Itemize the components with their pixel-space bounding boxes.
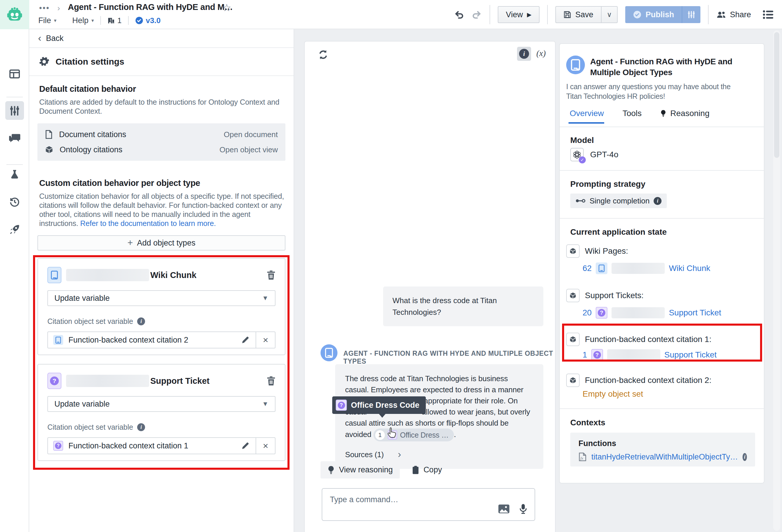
function-link[interactable]: titanHydeRetrievalWithMultipleObjectTy… xyxy=(591,453,738,462)
info-toggle-button[interactable]: i xyxy=(517,47,531,61)
evaluations-flask-icon[interactable] xyxy=(0,169,29,180)
object-type-link[interactable]: Support Ticket xyxy=(665,350,717,359)
clear-x-icon[interactable]: × xyxy=(256,438,275,454)
object-count[interactable]: 20 xyxy=(582,308,592,317)
caret-down-icon: ▾ xyxy=(54,17,57,24)
agent-overview-panel: Agent - Function RAG with HyDE and Multi… xyxy=(559,43,765,484)
state-value-row: 1 ? Support Ticket xyxy=(582,349,717,361)
info-icon[interactable]: i xyxy=(653,197,662,205)
publish-button[interactable]: Publish xyxy=(625,6,701,23)
variable-label: Citation object set variable xyxy=(47,317,133,326)
floppy-disk-icon xyxy=(564,11,571,18)
default-behavior-description: Citations are added by default to the in… xyxy=(39,98,286,116)
divider xyxy=(560,408,764,409)
favorite-star-icon[interactable]: ☆ xyxy=(222,2,231,13)
lightbulb-icon xyxy=(327,466,334,474)
branch-indicator[interactable]: 1 xyxy=(107,16,121,25)
tab-tools[interactable]: Tools xyxy=(623,109,642,118)
cube-icon xyxy=(45,146,53,154)
variable-value: Function-backed context citation 1 xyxy=(68,442,235,450)
divider xyxy=(560,170,764,171)
delete-trash-icon[interactable] xyxy=(267,270,276,280)
state-item-support-tickets: Support Tickets: xyxy=(566,289,644,302)
object-count[interactable]: 1 xyxy=(582,350,587,359)
tab-bar: Overview Tools Reasoning xyxy=(570,109,709,118)
citation-action-select[interactable]: Update variable ▼ xyxy=(47,290,276,306)
microphone-icon[interactable] xyxy=(520,503,527,515)
save-button[interactable]: Save xyxy=(555,6,602,23)
panel-header: Citation settings xyxy=(29,48,294,76)
help-menu[interactable]: Help▾ xyxy=(72,16,94,25)
history-icon[interactable] xyxy=(0,196,29,207)
agent-description: I can answer any questions you may have … xyxy=(566,82,742,101)
share-button[interactable]: Share xyxy=(716,10,751,19)
citation-variable-input[interactable]: ? Function-backed context citation 1 × xyxy=(47,437,276,454)
copy-button[interactable]: Copy xyxy=(412,461,449,479)
citation-chip[interactable]: 1 ? Office Dress … xyxy=(374,428,454,442)
file-menu[interactable]: File▾ xyxy=(38,16,57,25)
add-object-types-button[interactable]: + Add object types xyxy=(37,235,285,251)
info-icon[interactable]: i xyxy=(137,317,145,325)
citation-tooltip: ? Office Dress Code xyxy=(332,396,426,414)
document-citations-action: Open document xyxy=(224,130,278,139)
image-attach-icon[interactable] xyxy=(498,504,509,513)
agent-message-header: AGENT - FUNCTION RAG WITH HYDE AND MULTI… xyxy=(343,350,555,366)
divider xyxy=(490,5,490,24)
save-dropdown-button[interactable]: ∨ xyxy=(602,6,618,23)
agent-studio-window: ••• › Agent - Function RAG with HyDE and… xyxy=(0,0,782,532)
citation-settings-sliders-icon[interactable] xyxy=(0,105,29,116)
user-message-bubble: What is the dress code at Titan Technolo… xyxy=(383,287,543,326)
divider xyxy=(100,16,101,25)
cube-icon xyxy=(566,333,580,346)
edit-pencil-icon[interactable] xyxy=(235,332,256,348)
object-type-link[interactable]: Support Ticket xyxy=(669,308,721,317)
gear-icon xyxy=(39,57,49,67)
object-count[interactable]: 62 xyxy=(582,264,592,273)
redo-icon[interactable] xyxy=(471,9,482,20)
support-ticket-icon: ? xyxy=(336,400,347,411)
back-button[interactable]: ‹ Back xyxy=(29,29,294,48)
version-badge[interactable]: v3.0 xyxy=(135,16,161,25)
deploy-rocket-icon[interactable] xyxy=(0,224,29,235)
people-icon xyxy=(716,10,726,19)
tab-overview[interactable]: Overview xyxy=(570,109,604,118)
undo-icon[interactable] xyxy=(454,9,464,20)
chat-sessions-icon[interactable] xyxy=(0,133,29,144)
scrollbar[interactable] xyxy=(773,30,780,531)
breadcrumb-overflow[interactable]: ••• xyxy=(39,3,50,12)
view-reasoning-button[interactable]: View reasoning xyxy=(321,461,400,479)
menu-row: File▾ Help▾ 1 v3.0 xyxy=(38,14,161,26)
sources-toggle[interactable]: Sources (1) › xyxy=(345,449,533,460)
svg-text:fx: fx xyxy=(580,456,583,460)
edit-pencil-icon[interactable] xyxy=(235,438,256,454)
default-behavior-heading: Default citation behavior xyxy=(39,84,136,94)
tab-reasoning[interactable]: Reasoning xyxy=(660,109,709,118)
citation-action-select[interactable]: Update variable ▼ xyxy=(47,396,276,412)
variable-label: Citation object set variable xyxy=(47,423,133,431)
app-logo-robot-icon[interactable] xyxy=(0,0,29,29)
list-menu-icon[interactable] xyxy=(763,10,774,19)
caret-down-icon: ▾ xyxy=(92,17,94,24)
lightbulb-icon xyxy=(660,110,666,117)
refresh-icon[interactable] xyxy=(318,49,329,60)
functions-heading: Functions xyxy=(578,439,747,448)
info-icon[interactable]: i xyxy=(743,453,747,461)
publish-settings-sliders-icon[interactable] xyxy=(682,6,701,23)
divider xyxy=(6,97,23,97)
citation-variable-input[interactable]: Function-backed context citation 2 × xyxy=(47,332,276,348)
layout-panel-icon[interactable] xyxy=(0,68,29,79)
publish-check-icon xyxy=(633,10,642,19)
info-icon[interactable]: i xyxy=(137,423,145,431)
scrollbar-thumb[interactable] xyxy=(774,32,779,158)
documentation-link[interactable]: Refer to the documentation to learn more… xyxy=(80,219,216,227)
clipboard-icon xyxy=(412,466,419,474)
view-button[interactable]: View ▶ xyxy=(498,6,540,23)
variables-toggle[interactable]: (x) xyxy=(536,48,546,58)
delete-trash-icon[interactable] xyxy=(267,376,276,386)
wiki-chunk-icon xyxy=(47,267,62,283)
ontology-citations-row: Ontology citations Open object view xyxy=(45,143,278,157)
custom-behavior-description: Customize citation behavior for all obje… xyxy=(39,192,286,228)
clear-x-icon[interactable]: × xyxy=(256,332,275,348)
wiki-chunk-icon xyxy=(53,335,63,345)
object-type-link[interactable]: Wiki Chunk xyxy=(669,264,710,273)
